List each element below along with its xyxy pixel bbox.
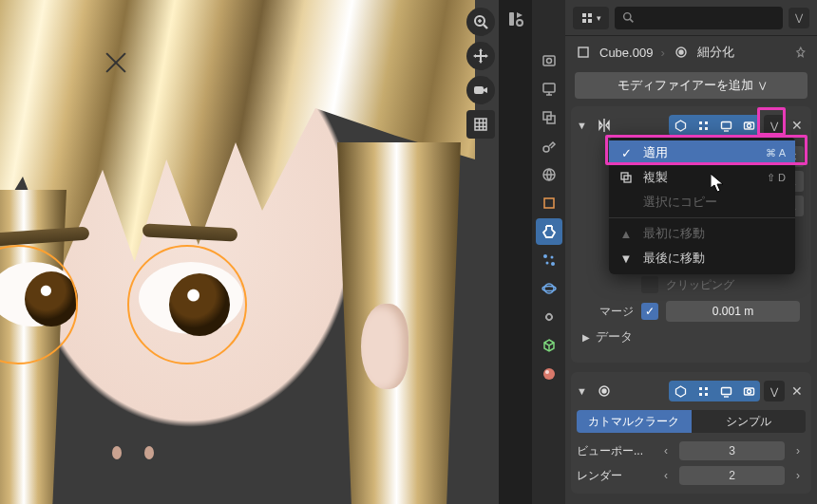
increase-render-levels[interactable]: › bbox=[790, 469, 806, 482]
render-toggle-2[interactable] bbox=[737, 381, 760, 401]
modifier-bc-icon bbox=[673, 44, 690, 61]
realtime-toggle[interactable] bbox=[714, 115, 737, 136]
menu-apply-label: 適用 bbox=[643, 144, 668, 161]
menu-separator bbox=[609, 217, 795, 218]
world-tab-icon[interactable] bbox=[536, 161, 562, 188]
subsurf-type-segment: カトマルクラーク シンプル bbox=[577, 410, 806, 433]
model-nostril-r bbox=[144, 446, 154, 459]
tool-options-icon[interactable] bbox=[503, 6, 529, 32]
svg-point-54 bbox=[747, 389, 750, 393]
catmull-clark-button[interactable]: カトマルクラーク bbox=[577, 410, 692, 433]
pin-icon[interactable] bbox=[794, 46, 808, 59]
properties-sidebar: ▾ ⋁ Cube.009 › 細分化 モディファイアーを追加 ⋁ ▼ bbox=[499, 0, 817, 504]
zoom-icon[interactable] bbox=[466, 8, 495, 36]
svg-line-1 bbox=[484, 25, 487, 28]
svg-point-47 bbox=[602, 389, 606, 393]
svg-rect-29 bbox=[582, 19, 586, 23]
selection-ring-r bbox=[127, 245, 247, 364]
merge-distance-field[interactable]: 0.001 m bbox=[666, 301, 800, 322]
on-cage-toggle[interactable] bbox=[669, 115, 692, 136]
model-ear bbox=[361, 304, 408, 389]
menu-apply[interactable]: ✓ 適用 ⌘ A bbox=[609, 140, 795, 165]
render-levels-value[interactable]: 2 bbox=[679, 466, 785, 485]
modifier-extras-dropdown[interactable]: ⋁ bbox=[764, 115, 785, 136]
menu-copy-to-selected[interactable]: 選択にコピー bbox=[609, 190, 795, 215]
svg-rect-51 bbox=[705, 393, 708, 396]
editor-type-column bbox=[499, 0, 532, 504]
menu-move-first[interactable]: ▲ 最初に移動 bbox=[609, 221, 795, 246]
viewport-3d[interactable] bbox=[0, 0, 499, 504]
perspective-icon[interactable] bbox=[466, 110, 495, 139]
svg-rect-30 bbox=[588, 13, 592, 17]
3d-cursor bbox=[106, 49, 133, 76]
svg-rect-31 bbox=[588, 19, 592, 23]
add-modifier-dropdown[interactable]: モディファイアーを追加 ⋁ bbox=[575, 72, 808, 99]
merge-row: マージ ✓ 0.001 m bbox=[582, 298, 800, 325]
decrease-viewport-levels[interactable]: ‹ bbox=[658, 444, 674, 457]
clipping-label: クリッピング bbox=[666, 277, 734, 293]
svg-point-11 bbox=[517, 20, 522, 26]
material-tab-icon[interactable] bbox=[536, 361, 562, 387]
object-tab-icon[interactable] bbox=[536, 190, 562, 216]
output-tab-icon[interactable] bbox=[536, 76, 562, 103]
realtime-toggle-2[interactable] bbox=[714, 381, 737, 401]
property-search[interactable] bbox=[615, 7, 783, 29]
render-toggle[interactable] bbox=[737, 115, 760, 136]
disclosure-triangle-2[interactable]: ▼ bbox=[577, 385, 590, 397]
camera-icon[interactable] bbox=[466, 76, 495, 104]
scene-tab-icon[interactable] bbox=[536, 133, 562, 159]
edit-mode-toggle[interactable] bbox=[692, 115, 714, 136]
increase-viewport-levels[interactable]: › bbox=[790, 444, 806, 457]
svg-rect-14 bbox=[543, 84, 555, 92]
clipping-row: クリッピング bbox=[582, 271, 800, 298]
data-section-toggle[interactable]: ▶ データ bbox=[582, 325, 800, 349]
modifier-close-icon[interactable]: ✕ bbox=[788, 118, 806, 133]
menu-duplicate[interactable]: 複製 ⇧ D bbox=[609, 165, 795, 190]
menu-move-last[interactable]: ▼ 最後に移動 bbox=[609, 246, 795, 271]
modifier-dropdown-menu: ✓ 適用 ⌘ A 複製 ⇧ D 選択にコピー ▲ 最初に移動 bbox=[609, 137, 795, 274]
svg-rect-39 bbox=[699, 127, 702, 130]
svg-point-13 bbox=[546, 59, 551, 64]
svg-rect-50 bbox=[699, 393, 702, 396]
merge-label: マージ bbox=[582, 304, 634, 320]
physics-tab-icon[interactable] bbox=[536, 275, 562, 302]
viewlayer-tab-icon[interactable] bbox=[536, 104, 562, 131]
editor-type-dropdown[interactable]: ▾ bbox=[573, 7, 609, 29]
modifier2-extras-dropdown[interactable]: ⋁ bbox=[764, 381, 785, 401]
viewport-levels-value[interactable]: 3 bbox=[679, 441, 785, 460]
render-levels-row: レンダー ‹ 2 › bbox=[577, 463, 806, 488]
svg-rect-34 bbox=[579, 47, 588, 57]
disclosure-triangle[interactable]: ▼ bbox=[577, 120, 590, 131]
svg-line-33 bbox=[630, 19, 633, 22]
constraint-tab-icon[interactable] bbox=[536, 304, 562, 330]
svg-rect-37 bbox=[699, 121, 702, 124]
viewport-levels-label: ビューポー... bbox=[577, 443, 653, 459]
duplicate-icon bbox=[618, 172, 634, 183]
svg-point-36 bbox=[679, 50, 683, 54]
simple-button[interactable]: シンプル bbox=[692, 410, 807, 433]
svg-rect-10 bbox=[509, 12, 514, 26]
svg-point-27 bbox=[545, 370, 549, 374]
decrease-render-levels[interactable]: ‹ bbox=[658, 469, 674, 482]
svg-rect-5 bbox=[475, 119, 486, 130]
merge-checkbox[interactable]: ✓ bbox=[641, 303, 658, 320]
clipping-checkbox[interactable] bbox=[641, 276, 658, 293]
move-icon[interactable] bbox=[466, 42, 495, 70]
mirror-modifier-panel: ▼ ⋁ ✕ ✓ 適用 ⌘ A bbox=[571, 106, 811, 363]
model-nostril-l bbox=[112, 446, 122, 459]
edit-mode-toggle-2[interactable] bbox=[692, 381, 714, 401]
on-cage-toggle-2[interactable] bbox=[669, 381, 692, 401]
modifier-tab-icon[interactable] bbox=[536, 218, 562, 245]
modifier2-header: ▼ ⋁ ✕ bbox=[577, 378, 806, 404]
properties-panel: ▾ ⋁ Cube.009 › 細分化 モディファイアーを追加 ⋁ ▼ bbox=[565, 0, 817, 504]
data-tab-icon[interactable] bbox=[536, 332, 562, 359]
add-modifier-label: モディファイアーを追加 bbox=[618, 77, 753, 94]
filter-dropdown[interactable]: ⋁ bbox=[788, 8, 809, 28]
triangle-up-icon: ▲ bbox=[618, 227, 634, 241]
subsurf-modifier-panel: ▼ ⋁ ✕ カトマルクラーク シンプル ビューポー... ‹ 3 bbox=[571, 372, 811, 494]
svg-point-32 bbox=[624, 13, 631, 20]
particle-tab-icon[interactable] bbox=[536, 247, 562, 273]
render-tab-icon[interactable] bbox=[536, 47, 562, 74]
modifier2-close-icon[interactable]: ✕ bbox=[788, 383, 806, 399]
menu-duplicate-label: 複製 bbox=[643, 169, 668, 186]
